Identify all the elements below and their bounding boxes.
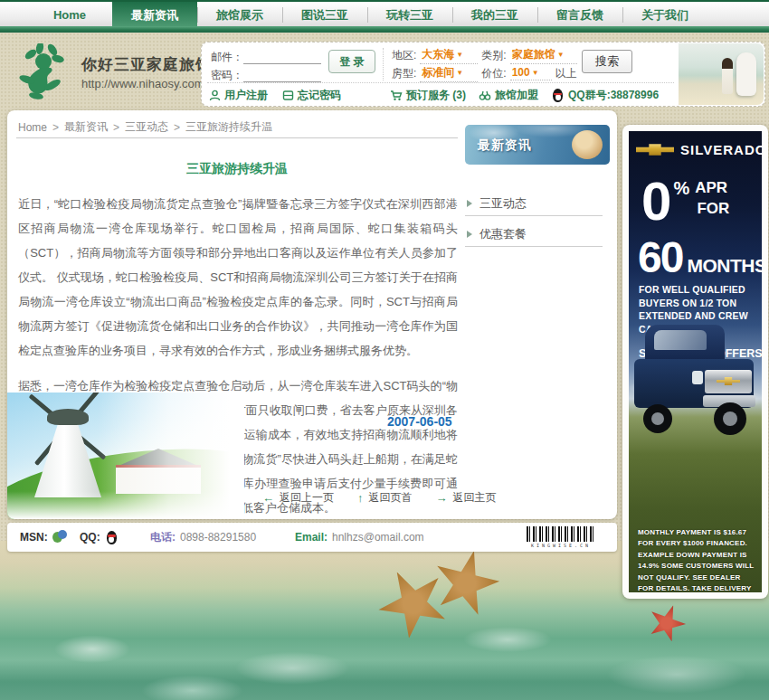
for-word: FOR — [697, 200, 729, 218]
back-previous-page-link[interactable]: ← 返回上一页 — [262, 490, 334, 506]
ad-brand-name: SILVERADO — [680, 142, 762, 157]
room-label: 房型: — [392, 66, 416, 81]
page: Home 最新资讯 旅馆展示 图说三亚 玩转三亚 我的三亚 留言反馈 关于我们 — [0, 0, 769, 700]
room-select[interactable]: 标准间 ▼ — [420, 65, 478, 82]
ad-apr-offer: 0 % APR FOR — [641, 178, 729, 225]
phone-contact: 电话: 0898-88291580 — [150, 523, 256, 552]
up-arrow-icon: ↑ — [357, 491, 364, 505]
msn-label: MSN: — [20, 531, 48, 544]
qq-penguin-icon — [551, 88, 565, 103]
chevron-down-icon: ▼ — [557, 51, 565, 59]
region-label: 地区: — [392, 48, 416, 63]
ad-inner: SILVERADO 0 % APR FOR 60 MONTHS FOR WELL… — [629, 131, 762, 592]
page-navigation: ← 返回上一页 ↑ 返回页首 → 返回主页 — [262, 490, 497, 506]
qq-penguin-icon — [105, 530, 119, 545]
register-link[interactable]: 用户注册 — [209, 88, 268, 103]
forgot-password-link[interactable]: 忘记密码 — [282, 88, 341, 103]
top-navigation: Home 最新资讯 旅馆展示 图说三亚 玩转三亚 我的三亚 留言反馈 关于我们 — [0, 0, 769, 33]
breadcrumb-separator: > — [174, 121, 180, 134]
password-label: 密码： — [211, 69, 243, 81]
qq-group-label: QQ群号:38878996 — [568, 88, 659, 103]
article-date: 2007-06-05 — [387, 414, 452, 429]
filter-row-2: 房型: 标准间 ▼ 价位: 100 ▼ 以上 — [392, 64, 577, 82]
email-label: 邮件： — [211, 51, 243, 63]
barcode-text: KINGWISE.CN — [527, 543, 595, 548]
breadcrumb-rule — [16, 137, 458, 138]
register-label: 用户注册 — [224, 88, 268, 103]
phone-label: 电话: — [150, 530, 176, 545]
white-horse-figure — [736, 52, 756, 96]
password-field-row: 密码： — [211, 68, 321, 83]
breadcrumb-latest-news[interactable]: 最新资讯 — [64, 119, 108, 135]
sidebar-divider — [465, 215, 603, 216]
back-to-top-link[interactable]: ↑ 返回页首 — [357, 490, 413, 506]
chevron-down-icon: ▼ — [456, 51, 463, 59]
breadcrumb-sanya-news[interactable]: 三亚动态 — [125, 119, 168, 135]
region-value: 大东海 — [422, 47, 454, 62]
nav-tab-play-sanya[interactable]: 玩转三亚 — [367, 2, 452, 28]
join-label: 旅馆加盟 — [495, 88, 538, 103]
category-value: 家庭旅馆 — [512, 47, 555, 62]
months-word: MONTHS — [687, 255, 762, 277]
article-title: 三亚旅游持续升温 — [16, 161, 458, 177]
breadcrumb: Home > 最新资讯 > 三亚动态 > 三亚旅游持续升温 — [18, 119, 272, 135]
silverado-ad-banner[interactable]: SILVERADO 0 % APR FOR 60 MONTHS FOR WELL… — [622, 125, 768, 599]
price-select[interactable]: 100 ▼ — [510, 66, 552, 80]
room-value: 标准间 — [422, 65, 454, 80]
phone-number: 0898-88291580 — [180, 531, 256, 544]
email-address: hnlhzs@omail.com — [332, 531, 424, 544]
months-number: 60 — [638, 232, 682, 282]
msn-icon — [52, 530, 67, 544]
qq-label: QQ: — [80, 531, 100, 544]
region-select[interactable]: 大东海 ▼ — [420, 47, 478, 64]
login-button[interactable]: 登 录 — [328, 50, 375, 73]
search-button[interactable]: 搜索 — [582, 50, 632, 73]
category-label: 类别: — [481, 48, 506, 63]
msn-contact[interactable]: MSN: — [20, 523, 67, 552]
nav-tab-my-sanya[interactable]: 我的三亚 — [452, 2, 537, 28]
hotel-join-link[interactable]: 旅馆加盟 — [479, 88, 538, 103]
barcode: KINGWISE.CN — [527, 526, 595, 548]
password-input[interactable] — [243, 70, 321, 82]
sidebar: 最新资讯 三亚动态 优惠套餐 — [465, 125, 610, 165]
sidebar-item-sanya-news[interactable]: 三亚动态 — [467, 195, 527, 212]
header-panel: 邮件： 密码： 登 录 用户注册 忘记密码 — [201, 42, 765, 107]
binoculars-icon — [479, 90, 491, 101]
qq-group-link[interactable]: QQ群号:38878996 — [551, 88, 659, 103]
girl-figure — [722, 58, 733, 94]
price-label: 价位: — [481, 66, 506, 81]
booking-label: 预订服务 (3) — [406, 88, 466, 103]
nav-tab-latest-news[interactable]: 最新资讯 — [112, 2, 197, 28]
nav-tab-sanya-photos[interactable]: 图说三亚 — [282, 2, 367, 28]
category-select[interactable]: 家庭旅馆 ▼ — [510, 47, 577, 64]
ad-fine-print: MONTHLY PAYMENT IS $16.67 FOR EVERY $100… — [638, 527, 755, 592]
truck-wheel-rim — [651, 412, 664, 425]
chevron-down-icon: ▼ — [456, 69, 463, 77]
nav-tab-home[interactable]: Home — [27, 2, 112, 28]
cart-icon — [390, 90, 403, 101]
email-field-row: 邮件： — [211, 50, 321, 65]
chevrolet-bowtie-icon — [717, 377, 740, 385]
barcode-stripes — [527, 526, 595, 542]
filter-row-1: 地区: 大东海 ▼ 类别: 家庭旅馆 ▼ — [392, 46, 577, 64]
nav-tab-about-us[interactable]: 关于我们 — [622, 2, 707, 28]
nav-tab-hotel-showcase[interactable]: 旅馆展示 — [197, 2, 282, 28]
site-logo[interactable] — [13, 43, 76, 103]
email-contact[interactable]: Email: hnlhzs@omail.com — [295, 523, 424, 552]
back-top-label: 返回页首 — [369, 490, 413, 506]
qq-contact[interactable]: QQ: — [80, 523, 119, 552]
chevron-down-icon: ▼ — [532, 69, 539, 77]
sidebar-item-special-offers[interactable]: 优惠套餐 — [467, 226, 527, 242]
nav-tabs: Home 最新资讯 旅馆展示 图说三亚 玩转三亚 我的三亚 留言反馈 关于我们 — [27, 2, 707, 28]
arrow-right-icon — [467, 200, 472, 207]
breadcrumb-separator: > — [113, 121, 119, 134]
back-home-link[interactable]: → 返回主页 — [436, 490, 497, 506]
truck-grille — [705, 370, 752, 393]
article-paragraph: 近日，“蛇口检验检疫局物流货定点查验仓”揭牌暨备忘录三方签字仪式在深圳西部港区招… — [18, 192, 458, 363]
truck-windshield — [654, 330, 707, 350]
email-input[interactable] — [243, 52, 321, 64]
breadcrumb-home[interactable]: Home — [18, 121, 47, 134]
booking-service-link[interactable]: 预订服务 (3) — [390, 88, 466, 103]
sidebar-divider — [465, 246, 603, 247]
nav-tab-feedback[interactable]: 留言反馈 — [537, 2, 622, 28]
